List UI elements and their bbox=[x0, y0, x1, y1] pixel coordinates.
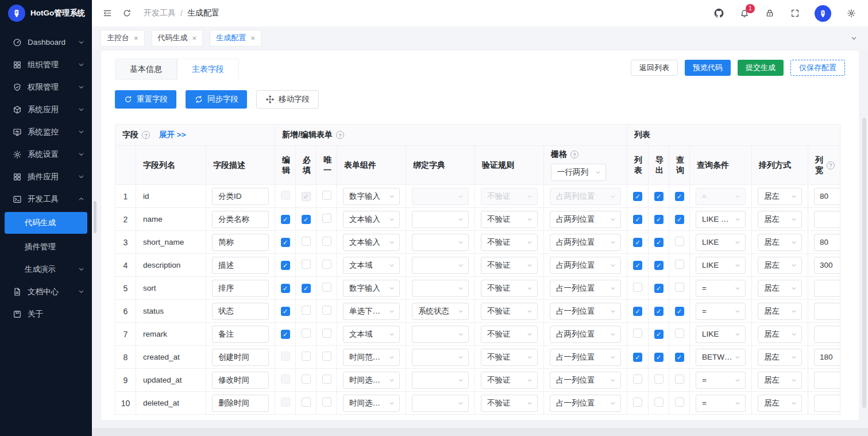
query-condition-select[interactable]: = bbox=[696, 372, 746, 389]
query-checkbox[interactable] bbox=[675, 398, 684, 407]
page-tab-1[interactable]: 代码生成× bbox=[152, 30, 203, 46]
help-icon[interactable]: ? bbox=[570, 151, 578, 159]
sidebar-item-12[interactable]: 关于 bbox=[0, 303, 92, 325]
field-description-input[interactable] bbox=[212, 280, 269, 297]
align-mode-select[interactable]: 居左 bbox=[758, 326, 802, 343]
export-checkbox[interactable]: ✓ bbox=[654, 330, 663, 339]
field-description-input[interactable] bbox=[212, 257, 269, 274]
list-checkbox[interactable]: ✓ bbox=[633, 353, 642, 362]
list-checkbox[interactable] bbox=[633, 329, 642, 338]
export-checkbox[interactable] bbox=[654, 375, 663, 384]
align-mode-select[interactable]: 居左 bbox=[758, 303, 802, 320]
submit-generate-button[interactable]: 提交生成 bbox=[738, 60, 784, 76]
help-icon[interactable]: ? bbox=[827, 161, 835, 169]
required-checkbox[interactable]: ✓ bbox=[302, 215, 311, 224]
query-checkbox[interactable]: ✓ bbox=[675, 215, 684, 224]
query-condition-select[interactable]: = bbox=[696, 395, 746, 412]
validation-rule-select[interactable]: 不验证 bbox=[481, 372, 538, 389]
form-component-select[interactable]: 时间范围选择 bbox=[343, 349, 400, 366]
grid-span-select[interactable]: 占一列位置 bbox=[550, 349, 621, 366]
query-condition-select[interactable]: = bbox=[696, 280, 746, 297]
column-width-input[interactable] bbox=[814, 234, 840, 251]
sidebar-scrollbar[interactable] bbox=[94, 201, 97, 233]
close-icon[interactable]: × bbox=[134, 34, 138, 42]
sidebar-item-11[interactable]: 文档中心 bbox=[0, 280, 92, 303]
tab-main-fields[interactable]: 主表字段 bbox=[177, 59, 239, 80]
validation-rule-select[interactable]: 不验证 bbox=[481, 395, 538, 412]
field-description-input[interactable] bbox=[212, 303, 269, 320]
bind-dict-select[interactable] bbox=[412, 326, 469, 343]
query-checkbox[interactable] bbox=[675, 283, 684, 292]
edit-checkbox[interactable]: ✓ bbox=[281, 215, 290, 224]
form-component-select[interactable]: 数字输入 bbox=[343, 280, 400, 297]
validation-rule-select[interactable]: 不验证 bbox=[481, 257, 538, 274]
column-width-input[interactable] bbox=[814, 188, 840, 205]
validation-rule-select[interactable]: 不验证 bbox=[481, 280, 538, 297]
field-description-input[interactable] bbox=[212, 234, 269, 251]
required-checkbox[interactable] bbox=[302, 329, 311, 338]
query-checkbox[interactable]: ✓ bbox=[675, 307, 684, 316]
required-checkbox[interactable] bbox=[302, 237, 311, 246]
field-description-input[interactable] bbox=[212, 326, 269, 343]
align-mode-select[interactable]: 居左 bbox=[758, 280, 802, 297]
list-checkbox[interactable]: ✓ bbox=[633, 238, 642, 247]
app-logo[interactable]: HotGo管理系统 bbox=[0, 0, 92, 26]
unique-checkbox[interactable] bbox=[322, 375, 331, 384]
page-tab-0[interactable]: 主控台× bbox=[101, 30, 144, 46]
lock-icon[interactable] bbox=[764, 8, 775, 19]
required-checkbox[interactable] bbox=[302, 306, 311, 315]
query-checkbox[interactable] bbox=[675, 375, 684, 384]
grid-span-select[interactable]: 占一列位置 bbox=[550, 280, 621, 297]
list-checkbox[interactable]: ✓ bbox=[633, 215, 642, 224]
bind-dict-select[interactable] bbox=[412, 372, 469, 389]
grid-span-select[interactable]: 占一列位置 bbox=[550, 303, 621, 320]
export-checkbox[interactable]: ✓ bbox=[654, 307, 663, 316]
export-checkbox[interactable]: ✓ bbox=[654, 353, 663, 362]
list-checkbox[interactable] bbox=[633, 398, 642, 407]
grid-span-select[interactable]: 占两列位置 bbox=[550, 234, 621, 251]
sidebar-item-7[interactable]: 开发工具 bbox=[0, 188, 92, 210]
help-icon[interactable]: ? bbox=[142, 131, 150, 139]
form-component-select[interactable]: 时间选择(Y-... bbox=[343, 372, 400, 389]
grid-layout-select[interactable]: 一行两列 bbox=[551, 164, 606, 181]
unique-checkbox[interactable] bbox=[322, 260, 331, 269]
tab-basic-info[interactable]: 基本信息 bbox=[115, 59, 177, 80]
field-description-input[interactable] bbox=[212, 395, 269, 412]
edit-checkbox[interactable]: ✓ bbox=[281, 307, 290, 316]
list-checkbox[interactable]: ✓ bbox=[633, 261, 642, 270]
field-description-input[interactable] bbox=[212, 372, 269, 389]
grid-span-select[interactable]: 占一列位置 bbox=[550, 395, 621, 412]
unique-checkbox[interactable] bbox=[322, 398, 331, 407]
close-icon[interactable]: × bbox=[192, 34, 197, 42]
query-checkbox[interactable] bbox=[675, 329, 684, 338]
query-condition-select[interactable]: = bbox=[696, 303, 746, 320]
query-condition-select[interactable]: LIKE bbox=[696, 326, 746, 343]
column-width-input[interactable] bbox=[814, 303, 840, 320]
move-fields-button[interactable]: 移动字段 bbox=[256, 90, 319, 109]
required-checkbox[interactable] bbox=[302, 375, 311, 384]
page-tab-2[interactable]: 生成配置× bbox=[210, 30, 261, 46]
form-component-select[interactable]: 数字输入 bbox=[343, 188, 400, 205]
align-mode-select[interactable]: 居左 bbox=[758, 395, 802, 412]
column-width-input[interactable] bbox=[814, 257, 840, 274]
page-scrollbar[interactable] bbox=[862, 118, 866, 408]
sidebar-subitem-10[interactable]: 生成演示 bbox=[0, 258, 92, 280]
edit-checkbox[interactable]: ✓ bbox=[281, 330, 290, 339]
unique-checkbox[interactable] bbox=[322, 283, 331, 292]
grid-span-select[interactable]: 占两列位置 bbox=[550, 211, 621, 228]
back-to-list-button[interactable]: 返回列表 bbox=[631, 60, 678, 76]
validation-rule-select[interactable]: 不验证 bbox=[481, 326, 538, 343]
align-mode-select[interactable]: 居左 bbox=[758, 349, 802, 366]
list-checkbox[interactable] bbox=[633, 375, 642, 384]
bind-dict-select[interactable] bbox=[412, 234, 469, 251]
fullscreen-icon[interactable] bbox=[789, 8, 800, 19]
bind-dict-select[interactable] bbox=[412, 280, 469, 297]
unique-checkbox[interactable] bbox=[322, 237, 331, 246]
required-checkbox[interactable] bbox=[302, 352, 311, 361]
sidebar-item-6[interactable]: 插件应用 bbox=[0, 165, 92, 188]
bell-icon[interactable]: 1 bbox=[739, 8, 750, 19]
edit-checkbox[interactable]: ✓ bbox=[281, 284, 290, 293]
unique-checkbox[interactable] bbox=[322, 191, 331, 200]
validation-rule-select[interactable]: 不验证 bbox=[481, 349, 538, 366]
align-mode-select[interactable]: 居左 bbox=[758, 211, 802, 228]
